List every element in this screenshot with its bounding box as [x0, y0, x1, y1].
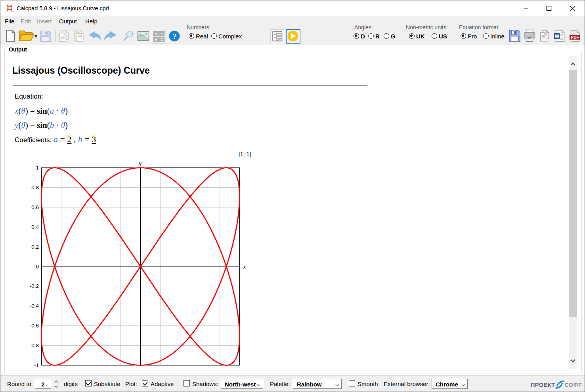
svg-text:-0.6: -0.6	[30, 323, 39, 329]
svg-text:-1: -1	[34, 362, 39, 368]
svg-text:0: 0	[36, 264, 39, 270]
svg-text:0.4: 0.4	[31, 224, 39, 230]
svg-text:0.8: 0.8	[31, 185, 39, 190]
svg-text:?: ?	[172, 32, 177, 40]
svg-text:1: 1	[36, 165, 39, 171]
svg-text:-0.8: -0.8	[30, 343, 39, 348]
svg-text:-0.4: -0.4	[30, 303, 39, 309]
svg-text:W: W	[555, 34, 560, 39]
svg-text:y: y	[139, 160, 142, 166]
svg-text:0.6: 0.6	[31, 204, 39, 210]
svg-text:PDF: PDF	[571, 35, 579, 40]
svg-text:-0.2: -0.2	[30, 283, 39, 289]
svg-text:x: x	[243, 264, 246, 270]
svg-text:0.2: 0.2	[31, 244, 39, 250]
